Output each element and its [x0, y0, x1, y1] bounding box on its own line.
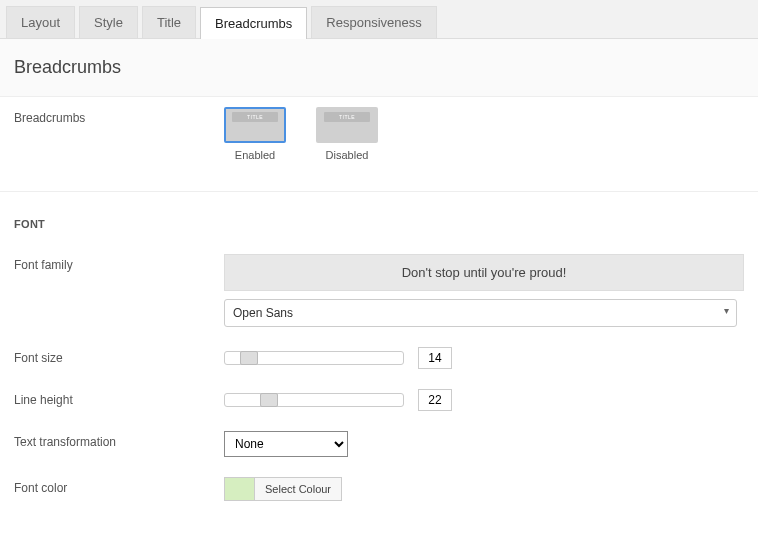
tab-layout[interactable]: Layout [6, 6, 75, 38]
line-height-input[interactable] [418, 389, 452, 411]
font-family-banner: Don't stop until you're proud! [224, 254, 744, 291]
breadcrumbs-label: Breadcrumbs [14, 107, 224, 125]
disabled-thumbnail-icon: TITLE [316, 107, 378, 143]
section-title: Breadcrumbs [0, 39, 758, 97]
font-size-label: Font size [14, 347, 224, 365]
disabled-caption: Disabled [316, 149, 378, 161]
breadcrumbs-enabled-option[interactable]: TITLE Enabled [224, 107, 286, 161]
tab-responsiveness[interactable]: Responsiveness [311, 6, 436, 38]
option-line-height: Line height [0, 379, 758, 421]
font-color-label: Font color [14, 477, 224, 495]
font-heading: FONT [0, 192, 758, 244]
line-height-label: Line height [14, 389, 224, 407]
option-font-family: Font family Don't stop until you're prou… [0, 244, 758, 337]
breadcrumbs-disabled-option[interactable]: TITLE Disabled [316, 107, 378, 161]
option-font-color: Font color Select Colour [0, 467, 758, 511]
enabled-thumbnail-icon: TITLE [224, 107, 286, 143]
text-transformation-label: Text transformation [14, 431, 224, 449]
option-font-size: Font size [0, 337, 758, 379]
tab-style[interactable]: Style [79, 6, 138, 38]
select-colour-button[interactable]: Select Colour [254, 477, 342, 501]
tab-title[interactable]: Title [142, 6, 196, 38]
option-breadcrumbs: Breadcrumbs TITLE Enabled TITLE Disabled [0, 97, 758, 171]
tab-bar: Layout Style Title Breadcrumbs Responsiv… [0, 0, 758, 39]
line-height-slider[interactable] [224, 393, 404, 407]
enabled-caption: Enabled [224, 149, 286, 161]
text-transformation-select[interactable]: None [224, 431, 348, 457]
font-color-swatch[interactable] [224, 477, 254, 501]
font-family-label: Font family [14, 254, 224, 272]
tab-breadcrumbs[interactable]: Breadcrumbs [200, 7, 307, 39]
option-text-transformation: Text transformation None [0, 421, 758, 467]
font-size-input[interactable] [418, 347, 452, 369]
breadcrumbs-choices: TITLE Enabled TITLE Disabled [224, 107, 744, 161]
font-family-select[interactable]: Open Sans [224, 299, 737, 327]
font-size-slider[interactable] [224, 351, 404, 365]
